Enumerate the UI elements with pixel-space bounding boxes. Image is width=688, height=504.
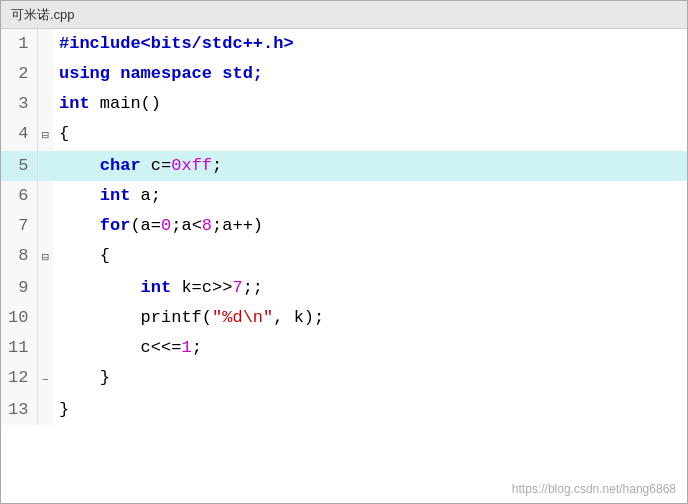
code-token: 8 — [202, 216, 212, 235]
code-token: a; — [130, 186, 161, 205]
code-token: } — [59, 368, 110, 387]
fold-indicator[interactable]: – — [37, 363, 53, 395]
code-token: ; — [192, 338, 202, 357]
watermark: https://blog.csdn.net/hang6868 — [512, 482, 676, 496]
line-number: 1 — [1, 29, 37, 59]
table-row: 1#include<bits/stdc++.h> — [1, 29, 687, 59]
code-area[interactable]: 1#include<bits/stdc++.h>2using namespace… — [1, 29, 687, 503]
fold-indicator[interactable] — [37, 181, 53, 211]
code-line[interactable]: } — [53, 395, 687, 425]
code-line[interactable]: char c=0xff; — [53, 151, 687, 181]
code-token: char — [59, 156, 141, 175]
line-number: 13 — [1, 395, 37, 425]
file-title: 可米诺.cpp — [11, 6, 75, 24]
code-token: int — [59, 278, 171, 297]
line-number: 9 — [1, 273, 37, 303]
fold-indicator[interactable] — [37, 151, 53, 181]
line-number: 10 — [1, 303, 37, 333]
fold-indicator[interactable]: ⊟ — [37, 119, 53, 151]
table-row: 9 int k=c>>7;; — [1, 273, 687, 303]
table-row: 11 c<<=1; — [1, 333, 687, 363]
code-token: int — [59, 186, 130, 205]
line-number: 6 — [1, 181, 37, 211]
table-row: 12– } — [1, 363, 687, 395]
code-table: 1#include<bits/stdc++.h>2using namespace… — [1, 29, 687, 425]
line-number: 8 — [1, 241, 37, 273]
code-token: 7 — [232, 278, 242, 297]
code-token: , k); — [273, 308, 324, 327]
table-row: 13} — [1, 395, 687, 425]
fold-indicator[interactable] — [37, 29, 53, 59]
line-number: 3 — [1, 89, 37, 119]
code-token: 1 — [181, 338, 191, 357]
line-number: 2 — [1, 59, 37, 89]
code-token: c= — [141, 156, 172, 175]
code-token: { — [59, 124, 69, 143]
code-line[interactable]: using namespace std; — [53, 59, 687, 89]
line-number: 12 — [1, 363, 37, 395]
code-token: "%d\n" — [212, 308, 273, 327]
code-token: printf( — [59, 308, 212, 327]
table-row: 4⊟{ — [1, 119, 687, 151]
code-line[interactable]: printf("%d\n", k); — [53, 303, 687, 333]
code-token: int — [59, 94, 90, 113]
code-token: 0 — [161, 216, 171, 235]
code-line[interactable]: #include<bits/stdc++.h> — [53, 29, 687, 59]
line-number: 4 — [1, 119, 37, 151]
code-token: k=c>> — [171, 278, 232, 297]
line-number: 11 — [1, 333, 37, 363]
line-number: 5 — [1, 151, 37, 181]
code-token: } — [59, 400, 69, 419]
table-row: 6 int a; — [1, 181, 687, 211]
fold-indicator[interactable] — [37, 89, 53, 119]
table-row: 7 for(a=0;a<8;a++) — [1, 211, 687, 241]
table-row: 2using namespace std; — [1, 59, 687, 89]
code-token: c<<= — [59, 338, 181, 357]
table-row: 5 char c=0xff; — [1, 151, 687, 181]
code-token: using namespace std; — [59, 64, 263, 83]
code-token: 0xff — [171, 156, 212, 175]
fold-indicator[interactable]: ⊟ — [37, 241, 53, 273]
fold-indicator[interactable] — [37, 59, 53, 89]
code-token: { — [59, 246, 110, 265]
code-token: for — [59, 216, 130, 235]
code-line[interactable]: int k=c>>7;; — [53, 273, 687, 303]
code-line[interactable]: } — [53, 363, 687, 395]
table-row: 10 printf("%d\n", k); — [1, 303, 687, 333]
fold-indicator[interactable] — [37, 211, 53, 241]
code-token: (a= — [130, 216, 161, 235]
table-row: 8⊟ { — [1, 241, 687, 273]
fold-indicator[interactable] — [37, 303, 53, 333]
code-token: main() — [90, 94, 161, 113]
code-token: ;a++) — [212, 216, 263, 235]
code-line[interactable]: int a; — [53, 181, 687, 211]
title-bar: 可米诺.cpp — [1, 1, 687, 29]
code-line[interactable]: { — [53, 241, 687, 273]
code-line[interactable]: for(a=0;a<8;a++) — [53, 211, 687, 241]
fold-indicator[interactable] — [37, 273, 53, 303]
line-number: 7 — [1, 211, 37, 241]
code-token: ;a< — [171, 216, 202, 235]
code-editor-window: 可米诺.cpp 1#include<bits/stdc++.h>2using n… — [0, 0, 688, 504]
code-token: ; — [212, 156, 222, 175]
fold-indicator[interactable] — [37, 395, 53, 425]
code-line[interactable]: c<<=1; — [53, 333, 687, 363]
code-line[interactable]: int main() — [53, 89, 687, 119]
fold-indicator[interactable] — [37, 333, 53, 363]
code-token: #include<bits/stdc++.h> — [59, 34, 294, 53]
code-line[interactable]: { — [53, 119, 687, 151]
code-token: ;; — [243, 278, 263, 297]
table-row: 3int main() — [1, 89, 687, 119]
